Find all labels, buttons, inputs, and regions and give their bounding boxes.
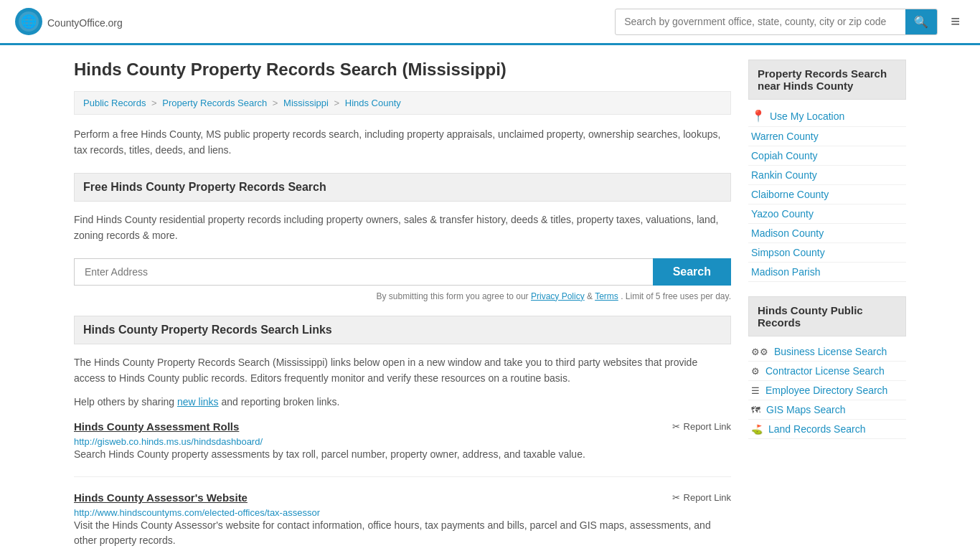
free-search-heading: Free Hinds County Property Records Searc…	[74, 173, 731, 202]
madison-county-link[interactable]: Madison County	[751, 227, 824, 239]
breadcrumb-public-records[interactable]: Public Records	[83, 98, 146, 108]
sidebar-item-contractor-license: ⚙ Contractor License Search	[748, 362, 906, 381]
sharing-note: Help others by sharing new links and rep…	[74, 396, 731, 408]
warren-county-link[interactable]: Warren County	[751, 131, 819, 142]
sidebar-item-employee-directory: ☰ Employee Directory Search	[748, 381, 906, 400]
rankin-county-link[interactable]: Rankin County	[751, 169, 817, 181]
sidebar-item-yazoo-county: Yazoo County	[748, 204, 906, 224]
logo: 🌐 CountyOffice.org	[14, 7, 123, 36]
sidebar-item-gis-maps: 🗺 GIS Maps Search	[748, 400, 906, 420]
sidebar-item-business-license: ⚙⚙ Business License Search	[748, 342, 906, 362]
links-description: The Hinds County Property Records Search…	[74, 354, 731, 387]
sidebar-item-rankin-county: Rankin County	[748, 166, 906, 185]
report-link-assessor-website[interactable]: ✂ Report Link	[672, 492, 731, 503]
link-url-assessment-rolls[interactable]: http://gisweb.co.hinds.ms.us/hindsdashbo…	[74, 436, 263, 447]
header-search-button[interactable]: 🔍	[905, 9, 937, 34]
sidebar-public-records-list: ⚙⚙ Business License Search ⚙ Contractor …	[748, 342, 906, 439]
link-item-assessment-rolls: Hinds County Assessment Rolls ✂ Report L…	[74, 420, 731, 477]
business-license-link[interactable]: Business License Search	[774, 346, 887, 357]
header-search-bar: 🔍	[615, 9, 938, 35]
link-url-assessor-website[interactable]: http://www.hindscountyms.com/elected-off…	[74, 507, 320, 518]
link-desc-assessor-website: Visit the Hinds County Assessor's websit…	[74, 518, 731, 548]
terms-link[interactable]: Terms	[595, 291, 618, 301]
header: 🌐 CountyOffice.org 🔍 ≡	[0, 0, 980, 45]
sidebar: Property Records Search near Hinds Count…	[748, 60, 906, 551]
use-location-link[interactable]: Use My Location	[770, 110, 844, 122]
sidebar-item-warren-county: Warren County	[748, 127, 906, 146]
link-title-assessor-website[interactable]: Hinds County Assessor's Website	[74, 491, 248, 504]
madison-parish-link[interactable]: Madison Parish	[751, 266, 821, 278]
header-search-input[interactable]	[616, 10, 905, 33]
contractor-license-link[interactable]: Contractor License Search	[765, 365, 885, 377]
breadcrumb-mississippi[interactable]: Mississippi	[283, 98, 329, 108]
svg-text:🌐: 🌐	[21, 14, 37, 29]
sidebar-item-simpson-county: Simpson County	[748, 243, 906, 263]
sidebar-item-copiah-county: Copiah County	[748, 146, 906, 166]
gear-icon-2: ⚙	[751, 366, 760, 377]
free-search-description: Find Hinds County residential property r…	[74, 212, 731, 244]
simpson-county-link[interactable]: Simpson County	[751, 247, 825, 258]
address-input[interactable]	[74, 258, 653, 286]
gear-icon: ⚙⚙	[751, 347, 768, 357]
address-search-button[interactable]: Search	[653, 258, 731, 286]
content-area: Hinds County Property Records Search (Mi…	[74, 60, 731, 551]
land-icon: ⛳	[751, 424, 763, 435]
link-item-assessor-website: Hinds County Assessor's Website ✂ Report…	[74, 491, 731, 551]
breadcrumb-hinds-county[interactable]: Hinds County	[345, 98, 401, 108]
sidebar-nearby-section: Property Records Search near Hinds Count…	[748, 60, 906, 282]
link-desc-assessment-rolls: Search Hinds County property assessments…	[74, 447, 731, 462]
sidebar-use-location[interactable]: 📍 Use My Location	[748, 105, 906, 127]
sidebar-public-records-title: Hinds County Public Records	[748, 296, 906, 336]
report-link-assessment-rolls[interactable]: ✂ Report Link	[672, 421, 731, 432]
sidebar-item-claiborne-county: Claiborne County	[748, 185, 906, 204]
sidebar-item-madison-parish: Madison Parish	[748, 263, 906, 282]
form-note: By submitting this form you agree to our…	[74, 291, 731, 301]
new-links-link[interactable]: new links	[177, 396, 219, 408]
sidebar-nearby-title: Property Records Search near Hinds Count…	[748, 60, 906, 100]
logo-suffix: .org	[105, 17, 123, 29]
privacy-policy-link[interactable]: Privacy Policy	[531, 291, 585, 301]
sidebar-nearby-list: 📍 Use My Location Warren County Copiah C…	[748, 105, 906, 282]
copiah-county-link[interactable]: Copiah County	[751, 150, 818, 161]
page-title: Hinds County Property Records Search (Mi…	[74, 60, 731, 80]
logo-main: CountyOffice	[47, 17, 105, 29]
breadcrumb: Public Records > Property Records Search…	[74, 91, 731, 115]
sidebar-item-madison-county: Madison County	[748, 224, 906, 243]
logo-icon: 🌐	[14, 7, 43, 36]
land-records-link[interactable]: Land Records Search	[768, 423, 865, 435]
gis-maps-link[interactable]: GIS Maps Search	[766, 404, 846, 415]
sidebar-public-records-section: Hinds County Public Records ⚙⚙ Business …	[748, 296, 906, 439]
hamburger-menu-icon[interactable]: ≡	[945, 9, 966, 34]
links-section-heading: Hinds County Property Records Search Lin…	[74, 316, 731, 344]
sidebar-item-land-records: ⛳ Land Records Search	[748, 420, 906, 439]
address-search-form: Search	[74, 258, 731, 286]
yazoo-county-link[interactable]: Yazoo County	[751, 208, 814, 220]
main-container: Hinds County Property Records Search (Mi…	[60, 45, 920, 551]
breadcrumb-property-records-search[interactable]: Property Records Search	[162, 98, 267, 108]
list-icon: ☰	[751, 385, 760, 396]
claiborne-county-link[interactable]: Claiborne County	[751, 189, 829, 200]
map-icon: 🗺	[751, 405, 760, 415]
page-description: Perform a free Hinds County, MS public p…	[74, 126, 731, 159]
logo-text: CountyOffice.org	[47, 14, 123, 30]
employee-directory-link[interactable]: Employee Directory Search	[765, 385, 887, 396]
link-title-assessment-rolls[interactable]: Hinds County Assessment Rolls	[74, 420, 239, 433]
location-dot-icon: 📍	[751, 109, 765, 123]
header-right: 🔍 ≡	[615, 9, 966, 35]
